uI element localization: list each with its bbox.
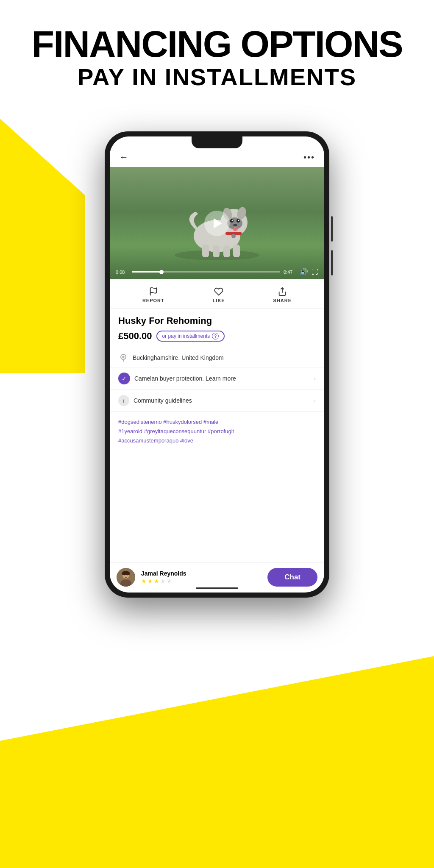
tags-text[interactable]: #dogsedistenemo #huskydolorsed #male #1y… bbox=[118, 417, 316, 445]
phone-screen: ← ••• bbox=[110, 136, 324, 593]
chat-button[interactable]: Chat bbox=[267, 568, 317, 587]
like-icon bbox=[214, 287, 223, 296]
installments-text: or pay in installments bbox=[162, 333, 210, 339]
action-row: REPORT LIKE SHARE bbox=[110, 279, 324, 309]
report-icon bbox=[149, 287, 158, 296]
stars-row: ★ ★ ★ ★ ★ bbox=[141, 578, 262, 584]
star-3: ★ bbox=[154, 578, 159, 584]
location-text: Buckinghamshire, United Kingdom bbox=[133, 354, 316, 361]
screen-content: ← ••• bbox=[110, 136, 324, 593]
report-label: REPORT bbox=[142, 298, 164, 303]
video-progress-dot bbox=[159, 270, 164, 274]
price-text: £500.00 bbox=[118, 331, 152, 342]
video-container[interactable]: 0:08 0:47 🔊 ⛶ bbox=[110, 167, 324, 279]
protection-text: Camelan buyer protection. Learn more bbox=[134, 375, 309, 382]
video-time-total: 0:47 bbox=[284, 270, 296, 275]
phone-btn-right bbox=[331, 216, 333, 242]
avatar-image bbox=[117, 568, 135, 587]
guidelines-info-icon: i bbox=[118, 395, 129, 406]
header-section: FINANCING OPTIONS PAY IN INSTALLMENTS bbox=[0, 25, 434, 91]
price-row: £500.00 or pay in installments ? bbox=[118, 331, 316, 342]
protection-row[interactable]: ✓ Camelan buyer protection. Learn more › bbox=[110, 367, 324, 390]
video-controls: 0:08 0:47 🔊 ⛶ bbox=[110, 264, 324, 279]
phone-btn-right2 bbox=[331, 250, 333, 275]
more-button[interactable]: ••• bbox=[303, 153, 315, 162]
svg-rect-15 bbox=[233, 245, 240, 257]
shield-icon: ✓ bbox=[118, 373, 130, 384]
location-row: Buckinghamshire, United Kingdom bbox=[110, 348, 324, 367]
guidelines-row[interactable]: i Community guidelines › bbox=[110, 390, 324, 412]
video-progress-fill bbox=[132, 271, 161, 273]
installments-badge[interactable]: or pay in installments ? bbox=[156, 331, 225, 342]
tags-section: #dogsedistenemo #huskydolorsed #male #1y… bbox=[110, 412, 324, 451]
star-5: ★ bbox=[167, 578, 172, 584]
guidelines-text: Community guidelines bbox=[134, 397, 309, 404]
svg-point-21 bbox=[122, 356, 125, 358]
star-2: ★ bbox=[147, 578, 153, 584]
svg-point-10 bbox=[233, 224, 237, 226]
video-time-current: 0:08 bbox=[116, 270, 128, 275]
seller-avatar bbox=[117, 568, 135, 587]
svg-point-17 bbox=[231, 234, 236, 238]
svg-point-9 bbox=[238, 220, 239, 221]
phone-wrapper: ← ••• bbox=[105, 131, 329, 598]
svg-point-8 bbox=[232, 220, 233, 221]
share-button[interactable]: SHARE bbox=[273, 287, 292, 303]
fullscreen-icon[interactable]: ⛶ bbox=[312, 268, 318, 276]
play-button[interactable] bbox=[204, 211, 230, 236]
header-title: FINANCING OPTIONS bbox=[0, 25, 434, 63]
share-label: SHARE bbox=[273, 298, 292, 303]
bg-yellow-bottom bbox=[0, 656, 434, 868]
home-indicator bbox=[196, 587, 238, 589]
like-button[interactable]: LIKE bbox=[213, 287, 225, 303]
star-1: ★ bbox=[141, 578, 147, 584]
back-button[interactable]: ← bbox=[119, 152, 128, 163]
star-4: ★ bbox=[160, 578, 166, 584]
header-subtitle: PAY IN INSTALLMENTS bbox=[0, 63, 434, 91]
guidelines-arrow: › bbox=[314, 397, 316, 404]
product-title: Husky For Rehoming bbox=[118, 315, 316, 326]
installments-info-icon: ? bbox=[212, 333, 219, 339]
svg-point-11 bbox=[233, 227, 238, 231]
svg-rect-13 bbox=[213, 245, 220, 257]
phone-outer: ← ••• bbox=[105, 131, 329, 598]
protection-arrow: › bbox=[314, 375, 316, 382]
location-icon bbox=[118, 353, 128, 363]
report-button[interactable]: REPORT bbox=[142, 287, 164, 303]
phone-notch bbox=[192, 136, 242, 148]
video-progress-bar[interactable] bbox=[132, 271, 280, 273]
product-section: Husky For Rehoming £500.00 or pay in ins… bbox=[110, 309, 324, 348]
play-icon bbox=[214, 218, 222, 228]
seller-name: Jamal Reynolds bbox=[141, 570, 262, 577]
bg-yellow-left bbox=[0, 119, 85, 373]
like-label: LIKE bbox=[213, 298, 225, 303]
share-icon bbox=[278, 287, 287, 296]
seller-info: Jamal Reynolds ★ ★ ★ ★ ★ bbox=[141, 570, 262, 584]
volume-icon[interactable]: 🔊 bbox=[300, 268, 308, 276]
svg-rect-12 bbox=[202, 245, 209, 257]
svg-rect-14 bbox=[223, 245, 230, 257]
